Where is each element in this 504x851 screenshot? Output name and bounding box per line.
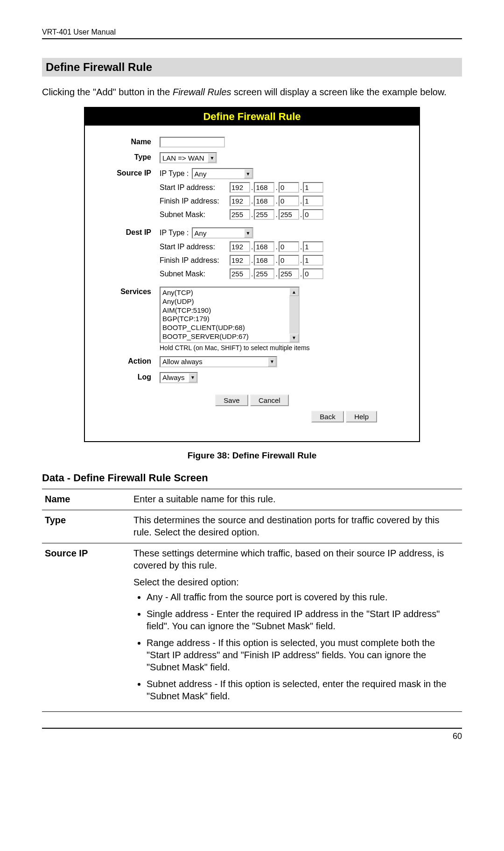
table-row: Source IP These settings determine which… [42, 543, 462, 711]
list-item[interactable]: BGP(TCP:179) [162, 315, 287, 324]
dest-finish-1[interactable] [230, 255, 250, 266]
source-finish-1[interactable] [230, 196, 250, 206]
label-services: Services [99, 287, 160, 296]
intro-suffix: screen will display a screen like the ex… [231, 87, 447, 97]
bullet-item: Subnet address - If this option is selec… [147, 678, 457, 702]
dest-finish-2[interactable] [254, 255, 274, 266]
dest-iptype-select[interactable]: Any ▼ [192, 227, 253, 239]
cell-type-label: Type [42, 510, 131, 543]
screenshot-title: Define Firewall Rule [85, 108, 419, 126]
cancel-button[interactable]: Cancel [250, 394, 289, 406]
bullet-item: Any - All traffic from the source port i… [147, 591, 457, 603]
dest-start-4[interactable] [303, 241, 323, 252]
cell-sourceip-label: Source IP [42, 543, 131, 711]
label-dest-mask: Subnet Mask: [160, 270, 230, 278]
name-input[interactable] [160, 137, 225, 148]
intro-prefix: Clicking the "Add" button in the [42, 87, 173, 97]
dest-iptype-value: Any [193, 229, 244, 238]
label-source-start: Start IP address: [160, 183, 230, 192]
chevron-down-icon: ▼ [244, 169, 252, 178]
dest-mask-3[interactable] [279, 268, 299, 279]
intro-italic: Firewall Rules [173, 87, 231, 97]
source-mask-3[interactable] [279, 209, 299, 220]
dest-finish-4[interactable] [303, 255, 323, 266]
action-select[interactable]: Allow always ▼ [160, 356, 277, 367]
chevron-down-icon: ▼ [244, 228, 252, 238]
label-action: Action [99, 356, 160, 366]
chevron-down-icon: ▼ [189, 373, 197, 382]
dest-mask-2[interactable] [254, 268, 274, 279]
cell-name-desc: Enter a suitable name for this rule. [131, 489, 462, 510]
label-source-mask: Subnet Mask: [160, 211, 230, 219]
dest-start-2[interactable] [254, 241, 274, 252]
source-finish-2[interactable] [254, 196, 274, 206]
label-source-ip: Source IP [99, 168, 160, 177]
source-iptype-value: Any [193, 169, 244, 178]
help-button[interactable]: Help [346, 411, 377, 422]
scroll-down-icon[interactable]: ▼ [289, 334, 299, 342]
source-start-4[interactable] [303, 182, 323, 193]
source-finish-4[interactable] [303, 196, 323, 206]
label-source-finish: Finish IP address: [160, 197, 230, 205]
label-dest-finish: Finish IP address: [160, 256, 230, 265]
page-number: 60 [42, 728, 462, 741]
list-item[interactable]: BOOTP_CLIENT(UDP:68) [162, 324, 287, 332]
source-start-3[interactable] [279, 182, 299, 193]
source-start-2[interactable] [254, 182, 274, 193]
section-heading: Define Firewall Rule [42, 58, 462, 77]
sourceip-select: Select the desired option: [133, 576, 457, 588]
source-mask-2[interactable] [254, 209, 274, 220]
figure-caption: Figure 38: Define Firewall Rule [42, 450, 462, 461]
dest-start-3[interactable] [279, 241, 299, 252]
action-value: Allow always [161, 357, 268, 366]
cell-type-desc: This determines the source and destinati… [131, 510, 462, 543]
source-iptype-select[interactable]: Any ▼ [192, 168, 253, 179]
type-select[interactable]: LAN => WAN ▼ [160, 152, 217, 163]
cell-sourceip-desc: These settings determine which traffic, … [131, 543, 462, 711]
label-type: Type [99, 152, 160, 162]
label-log: Log [99, 372, 160, 381]
services-listbox[interactable]: Any(TCP) Any(UDP) AIM(TCP:5190) BGP(TCP:… [160, 287, 300, 343]
scroll-up-icon[interactable]: ▲ [289, 288, 299, 296]
sourceip-intro: These settings determine which traffic, … [133, 547, 457, 571]
source-finish-3[interactable] [279, 196, 299, 206]
label-dest-iptype: IP Type : [160, 229, 189, 237]
dest-start-1[interactable] [230, 241, 250, 252]
manual-header: VRT-401 User Manual [42, 28, 462, 39]
chevron-down-icon: ▼ [268, 357, 276, 366]
cell-name-label: Name [42, 489, 131, 510]
list-item[interactable]: Any(TCP) [162, 288, 287, 297]
bullet-item: Range address - If this option is select… [147, 637, 457, 673]
source-start-1[interactable] [230, 182, 250, 193]
table-row: Type This determines the source and dest… [42, 510, 462, 543]
log-value: Always [161, 373, 189, 382]
label-dest-start: Start IP address: [160, 243, 230, 251]
dest-mask-4[interactable] [303, 268, 323, 279]
chevron-down-icon: ▼ [208, 153, 216, 162]
dest-mask-1[interactable] [230, 268, 250, 279]
source-mask-4[interactable] [303, 209, 323, 220]
services-hint: Hold CTRL (on Mac, SHIFT) to select mult… [160, 344, 405, 352]
data-table: Name Enter a suitable name for this rule… [42, 489, 462, 712]
list-item[interactable]: Any(UDP) [162, 297, 287, 306]
intro-text: Clicking the "Add" button in the Firewal… [42, 86, 462, 98]
label-name: Name [99, 137, 160, 146]
list-item[interactable]: AIM(TCP:5190) [162, 306, 287, 315]
scrollbar[interactable]: ▲ ▼ [289, 288, 299, 342]
label-dest-ip: Dest IP [99, 227, 160, 237]
table-row: Name Enter a suitable name for this rule… [42, 489, 462, 510]
dest-finish-3[interactable] [279, 255, 299, 266]
label-source-iptype: IP Type : [160, 169, 189, 178]
list-item[interactable]: BOOTP_SERVER(UDP:67) [162, 332, 287, 341]
save-button[interactable]: Save [215, 394, 248, 406]
back-button[interactable]: Back [311, 411, 343, 422]
log-select[interactable]: Always ▼ [160, 372, 198, 383]
type-select-value: LAN => WAN [161, 154, 208, 162]
source-mask-1[interactable] [230, 209, 250, 220]
bullet-item: Single address - Enter the required IP a… [147, 608, 457, 632]
data-section-heading: Data - Define Firewall Rule Screen [42, 472, 462, 484]
screenshot-panel: Define Firewall Rule Name Type LAN => WA… [84, 107, 420, 442]
form-body: Name Type LAN => WAN ▼ Source IP [85, 126, 419, 441]
